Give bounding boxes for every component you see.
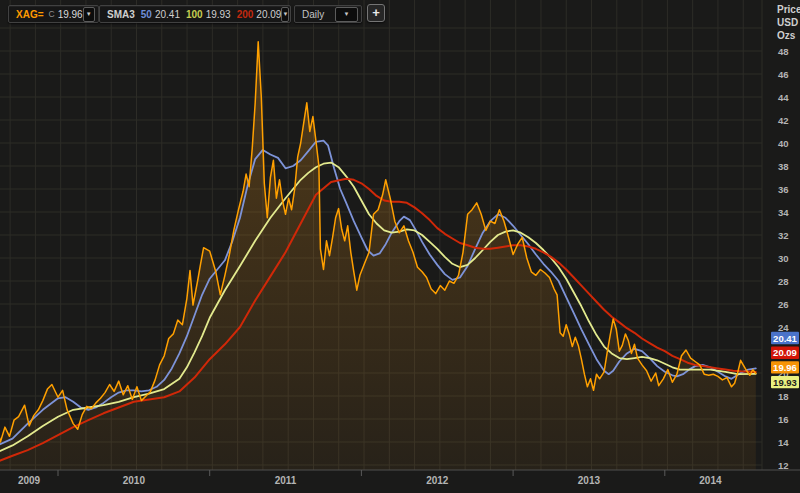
y-tick-label: 42 [778,115,789,126]
year-label: 2014 [699,475,722,486]
y-tick-label: 38 [778,161,789,172]
chevron-down-icon: ▼ [344,11,350,17]
plus-icon: + [372,5,380,20]
year-label: 2009 [18,475,41,486]
sma-label: SMA3 [107,9,135,20]
field-code-label: C [49,9,55,19]
chevron-down-icon: ▼ [282,11,288,17]
price-badge-value: 20.09 [773,347,797,358]
sma50-value: 20.41 [155,9,180,20]
interval-value: Daily [302,9,324,20]
y-tick-label: 26 [778,299,789,310]
sma200-period: 200 [237,9,254,20]
charting-app: 200920102011201220132014PriceUSDOzs48464… [0,0,800,493]
year-label: 2011 [275,475,297,486]
sma-indicator-selector[interactable]: SMA3 50 20.41 100 19.93 200 20.09 ▼ [99,5,291,23]
year-label: 2012 [426,475,449,486]
y-tick-label: 32 [778,230,789,241]
y-tick-label: 18 [778,391,789,402]
price-chart-canvas[interactable]: 200920102011201220132014PriceUSDOzs48464… [0,0,800,493]
y-tick-label: 40 [778,138,789,149]
y-tick-label: 48 [778,46,789,57]
instrument-dropdown-button[interactable]: ▼ [83,7,95,22]
sma200-value: 20.09 [256,9,281,20]
y-tick-label: 28 [778,276,789,287]
chevron-down-icon: ▼ [86,11,92,17]
y-tick-label: 44 [778,92,789,103]
year-label: 2013 [578,475,601,486]
sma100-period: 100 [186,9,203,20]
y-tick-label: 16 [778,414,789,425]
y-tick-label: 46 [778,69,789,80]
year-label: 2010 [123,475,146,486]
last-price-value: 19.96 [58,9,83,20]
y-tick-label: 30 [778,253,789,264]
price-axis-header: Ozs [777,30,796,41]
price-axis-header: USD [777,17,798,28]
y-tick-label: 36 [778,184,789,195]
price-badge-value: 19.96 [773,362,797,373]
sma-dropdown-button[interactable]: ▼ [281,7,289,22]
instrument-selector[interactable]: XAG= C 19.96 ▼ [8,5,99,23]
y-tick-label: 34 [778,207,789,218]
price-axis-header: Price [777,4,800,15]
instrument-symbol: XAG= [16,9,44,20]
y-tick-label: 12 [778,460,789,471]
interval-selector[interactable]: Daily ▼ [294,5,362,23]
interval-dropdown-button[interactable]: ▼ [335,7,358,22]
add-chart-button[interactable]: + [367,4,385,22]
price-badge-value: 20.41 [773,333,797,344]
y-tick-label: 14 [778,437,789,448]
price-badge-value: 19.93 [773,377,797,388]
y-tick-label: 24 [778,322,789,333]
sma50-period: 50 [141,9,152,20]
sma100-value: 19.93 [206,9,231,20]
